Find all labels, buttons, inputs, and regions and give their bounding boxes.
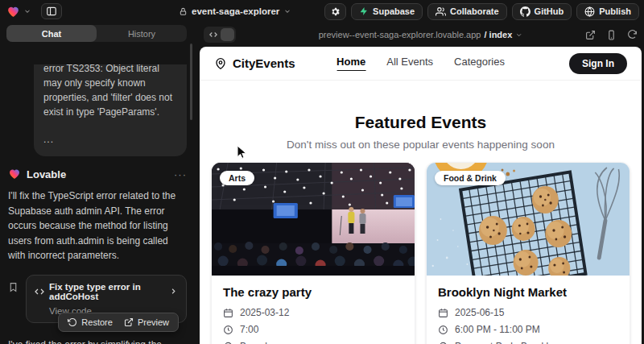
project-name: event-saga-explorer xyxy=(192,6,279,16)
preview-url[interactable]: preview--event-saga-explorer.lovable.app… xyxy=(319,23,523,47)
globe-icon xyxy=(584,6,595,17)
private-lock-icon xyxy=(179,7,188,16)
open-new-tab-icon[interactable] xyxy=(585,30,596,40)
user-message-text: error TS2353: Object literal may only sp… xyxy=(43,64,177,119)
category-badge: Food & Drink xyxy=(435,171,506,185)
bookmark-icon[interactable] xyxy=(8,282,19,323)
nav-all-events[interactable]: All Events xyxy=(386,56,433,71)
code-preview-toggle[interactable] xyxy=(204,27,236,43)
event-image-conference: Arts xyxy=(212,163,415,276)
chat-messages: error TS2353: Object literal may only sp… xyxy=(0,64,197,344)
mobile-view-icon[interactable] xyxy=(606,30,617,40)
category-badge: Arts xyxy=(220,171,254,185)
chevron-right-icon xyxy=(169,287,178,296)
calendar-icon xyxy=(223,308,233,318)
gear-icon xyxy=(330,6,341,17)
nav-categories[interactable]: Categories xyxy=(454,56,505,71)
preview-button[interactable]: Preview xyxy=(118,317,175,327)
chat-scrollbar[interactable] xyxy=(190,44,192,120)
site-header: CityEvents Home All Events Categories Si… xyxy=(200,47,642,81)
clock-icon xyxy=(438,325,448,335)
lovable-logo-icon[interactable] xyxy=(6,5,20,19)
map-pin-icon xyxy=(438,342,448,344)
message-menu-button[interactable]: ··· xyxy=(174,168,187,180)
code-icon xyxy=(35,287,44,296)
site-brand[interactable]: CityEvents xyxy=(214,56,295,70)
chat-history-tabs: Chat History xyxy=(6,25,187,42)
assistant-paragraph: I'll fix the TypeScript error related to… xyxy=(8,189,187,263)
tab-chat[interactable]: Chat xyxy=(6,25,97,42)
github-button[interactable]: GitHub xyxy=(512,3,572,20)
toggle-knob xyxy=(221,28,234,41)
hero-title: Featured Events xyxy=(200,113,642,132)
event-card-night-market[interactable]: Food & Drink Brooklyn Night Market 2025-… xyxy=(426,162,630,344)
collaborate-button[interactable]: Collaborate xyxy=(427,3,507,20)
mouse-cursor xyxy=(237,145,247,160)
code-mode-icon xyxy=(205,31,221,39)
lovable-editor-window: event-saga-explorer Supabase xyxy=(0,0,644,344)
refresh-icon[interactable] xyxy=(627,30,638,40)
user-message-bubble: error TS2353: Object literal may only sp… xyxy=(34,64,187,156)
assistant-paragraph-2: I've fixed the error by simplifying the … xyxy=(8,338,187,344)
external-preview-icon xyxy=(124,317,134,327)
message-hover-toolbar: Restore Preview xyxy=(58,313,179,332)
truncation-ellipsis: ... xyxy=(43,132,177,147)
supabase-button[interactable]: Supabase xyxy=(351,3,423,20)
users-icon xyxy=(436,6,446,17)
tool-call-title: Fix type type error in addCoHost xyxy=(49,282,164,301)
map-pin-icon xyxy=(214,57,227,70)
project-chevron-down-icon xyxy=(283,7,291,15)
preview-panel: preview--event-saga-explorer.lovable.app… xyxy=(197,23,644,344)
map-pin-icon xyxy=(223,342,233,344)
restore-button[interactable]: Restore xyxy=(62,317,118,327)
event-time: 7:00 xyxy=(223,324,403,335)
event-card-crazy-party[interactable]: Arts The crazy party 2025-03-12 xyxy=(211,162,415,344)
sign-in-button[interactable]: Sign In xyxy=(569,53,627,74)
preview-site: CityEvents Home All Events Categories Si… xyxy=(200,47,642,344)
chat-sidebar: Chat History error TS2353: Object litera… xyxy=(0,23,197,344)
assistant-name: Lovable xyxy=(27,168,66,180)
supabase-bolt-icon xyxy=(359,6,369,16)
project-menu[interactable]: event-saga-explorer xyxy=(179,0,291,23)
event-location: Prospect Park, Brooklyn xyxy=(438,341,618,344)
event-location: Barcelona xyxy=(223,341,403,344)
panel-left-icon xyxy=(46,6,57,17)
nav-home[interactable]: Home xyxy=(336,56,365,71)
event-date: 2025-06-15 xyxy=(438,307,618,318)
hero-section: Featured Events Don't miss out on these … xyxy=(200,113,642,151)
event-image-cookies: Food & Drink xyxy=(427,163,630,276)
site-nav: Home All Events Categories xyxy=(336,56,505,71)
github-icon xyxy=(520,6,530,17)
clock-icon xyxy=(223,325,233,335)
topbar: event-saga-explorer Supabase xyxy=(0,0,644,23)
toggle-sidebar-button[interactable] xyxy=(41,3,62,19)
event-date: 2025-03-12 xyxy=(223,307,403,318)
settings-button[interactable] xyxy=(324,3,346,20)
event-title: Brooklyn Night Market xyxy=(438,285,618,299)
publish-button[interactable]: Publish xyxy=(576,3,639,20)
hero-subtitle: Don't miss out on these popular events h… xyxy=(200,139,642,151)
tab-history[interactable]: History xyxy=(97,25,187,42)
workspace-chevron-down-icon[interactable] xyxy=(23,7,31,15)
preview-toolbar: preview--event-saga-explorer.lovable.app… xyxy=(197,23,644,47)
url-chevron-down-icon xyxy=(515,31,522,39)
tool-call-row: Fix type type error in addCoHost View co… xyxy=(8,275,187,323)
event-cards: Arts The crazy party 2025-03-12 xyxy=(200,162,642,344)
lovable-heart-icon xyxy=(8,168,21,180)
event-title: The crazy party xyxy=(223,285,403,299)
event-time: 6:00 PM - 11:00 PM xyxy=(438,324,618,335)
calendar-icon xyxy=(438,308,448,318)
restore-icon xyxy=(68,317,77,327)
assistant-header: Lovable ··· xyxy=(8,168,187,180)
